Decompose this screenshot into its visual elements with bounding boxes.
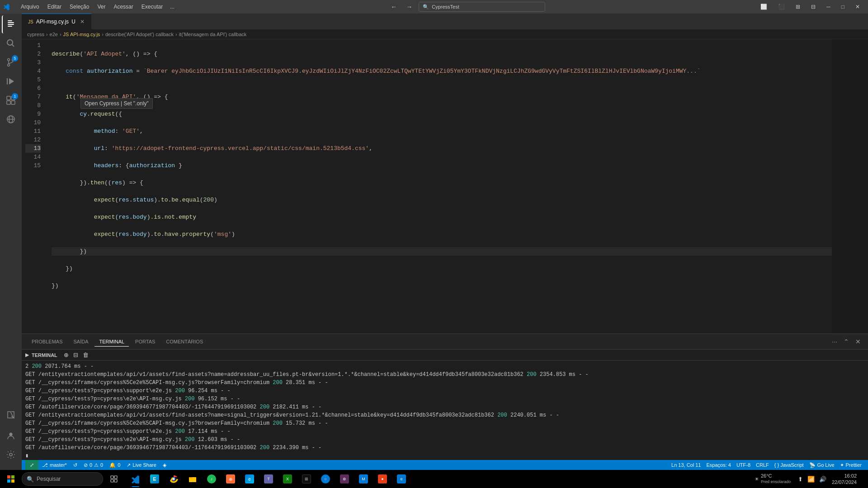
taskbar-explorer[interactable] <box>184 470 202 488</box>
svg-point-6 <box>8 59 10 61</box>
panel-tab-comments[interactable]: COMENTÁRIOS <box>161 337 208 346</box>
language-text: { } JavaScript <box>774 462 804 468</box>
status-prettier[interactable]: ✦ Prettier <box>837 460 864 470</box>
terminal-line: GET /autofillservice/core/page/369394677… <box>25 403 864 411</box>
layout-icon-3[interactable]: ⊞ <box>791 2 805 12</box>
breadcrumb-file[interactable]: JS API-msg.cy.js <box>63 32 100 37</box>
status-line-ending[interactable]: CRLF <box>753 460 772 470</box>
status-ln-col[interactable]: Ln 13, Col 11 <box>669 460 703 470</box>
tray-icon-volume[interactable]: 🔊 <box>817 476 828 483</box>
taskbar-search[interactable]: 🔍 Pesquisar <box>22 472 103 486</box>
ln-col-text: Ln 13, Col 11 <box>671 462 701 468</box>
taskbar-vscode[interactable] <box>127 470 145 488</box>
remote-activity-icon[interactable] <box>2 110 20 128</box>
panel-close-button[interactable]: ✕ <box>854 337 863 346</box>
status-copilot[interactable]: ◈ <box>160 460 169 470</box>
menu-selecao[interactable]: Seleção <box>66 3 93 11</box>
taskbar-app-7[interactable]: ⊛ <box>335 470 354 488</box>
tray-icon-1[interactable]: ⬆ <box>796 476 805 483</box>
svg-rect-3 <box>8 26 12 27</box>
taskbar-app-6[interactable]: ○ <box>316 470 335 488</box>
kill-terminal-icon[interactable]: 🗑 <box>83 352 89 358</box>
more-menus-button[interactable]: ... <box>167 3 177 11</box>
status-language[interactable]: { } JavaScript <box>772 460 807 470</box>
menu-ver[interactable]: Ver <box>94 3 109 11</box>
panel-tab-problems[interactable]: PROBLEMAS <box>27 337 67 346</box>
taskbar-spotify[interactable]: ♪ <box>203 470 221 488</box>
settings-activity-icon[interactable] <box>2 446 20 464</box>
menu-editar[interactable]: Editar <box>44 3 65 11</box>
taskbar-app-5[interactable]: ⊞ <box>297 470 316 488</box>
tab-api-msg[interactable]: JS API-msg.cy.js U ✕ <box>22 14 91 29</box>
search-activity-icon[interactable] <box>2 34 20 52</box>
status-left: ⤢ ⎇ master* ↺ ⊘ 0 ⚠ 0 🔔 0 <box>25 460 169 470</box>
breadcrumb-it[interactable]: it('Mensagem da API') callback <box>179 32 247 37</box>
status-branch[interactable]: ⎇ master* <box>39 460 70 470</box>
menu-arquivo[interactable]: Arquivo <box>17 3 43 11</box>
status-spaces[interactable]: Espaços: 4 <box>703 460 733 470</box>
line-numbers: 1 2 3 4 5 6 7 8 9 10 11 12 13 14 15 <box>22 39 44 333</box>
panel-tab-output[interactable]: SAÍDA <box>69 337 93 346</box>
minimize-button[interactable]: ─ <box>822 2 835 12</box>
layout-icon-4[interactable]: ⊟ <box>807 2 820 12</box>
source-control-activity-icon[interactable]: 5 <box>2 53 20 71</box>
show-desktop-button[interactable] <box>860 470 863 488</box>
taskbar-chrome[interactable] <box>165 470 183 488</box>
extensions-activity-icon[interactable]: 1 <box>2 91 20 109</box>
taskbar-app-9[interactable]: ● <box>373 470 392 488</box>
command-search-box[interactable]: 🔍 CypressTest <box>419 2 545 12</box>
back-button[interactable]: ← <box>388 2 400 11</box>
new-terminal-icon[interactable]: ⊕ <box>64 352 69 358</box>
panel-tab-terminal[interactable]: TERMINAL <box>94 337 129 347</box>
layout-icon-1[interactable]: ⬜ <box>756 2 772 12</box>
taskview-button[interactable] <box>105 470 123 488</box>
menu-acessar[interactable]: Acessar <box>110 3 137 11</box>
status-notifications[interactable]: 🔔 0 <box>107 460 123 470</box>
expand-icon[interactable]: ▶ <box>25 352 29 358</box>
split-terminal-icon[interactable]: ⊟ <box>73 352 78 358</box>
status-encoding[interactable]: UTF-8 <box>734 460 753 470</box>
source-control-badge: 5 <box>12 55 18 61</box>
status-liveshare[interactable]: ↗ Live Share <box>124 460 159 470</box>
accounts-activity-icon[interactable] <box>2 427 20 445</box>
line-ending-text: CRLF <box>756 462 769 468</box>
maximize-button[interactable]: □ <box>837 2 849 12</box>
layout-icon-2[interactable]: ⬛ <box>774 2 789 12</box>
taskbar-app-4[interactable]: X <box>278 470 297 488</box>
menu-executar[interactable]: Executar <box>138 3 166 11</box>
panel-more-button[interactable]: ··· <box>830 337 839 346</box>
panel-tab-ports[interactable]: PORTAS <box>131 337 160 346</box>
start-button[interactable] <box>2 470 20 488</box>
encoding-text: UTF-8 <box>736 462 750 468</box>
weather-desc: Pred ensolarado <box>761 479 791 485</box>
breadcrumb-cypress[interactable]: cypress <box>27 32 44 37</box>
code-content[interactable]: describe('API Adopet', () => { const aut… <box>44 39 832 333</box>
terminal-output[interactable]: 2 200 2071.764 ms - - GET /entityextract… <box>22 361 868 460</box>
clock[interactable]: 16:02 22/07/2024 <box>830 473 859 485</box>
taskbar-edge[interactable]: e <box>241 470 259 488</box>
taskbar-app-1[interactable]: E <box>146 470 164 488</box>
run-debug-activity-icon[interactable] <box>2 72 20 90</box>
status-remote-icon[interactable]: ⤢ <box>25 460 38 470</box>
taskbar-app-3[interactable]: T <box>259 470 278 488</box>
svg-rect-21 <box>11 475 14 479</box>
panel-collapse-button[interactable]: ⌃ <box>842 337 851 346</box>
search-text: CypressTest <box>432 4 459 9</box>
status-sync[interactable]: ↺ <box>71 460 80 470</box>
testing-activity-icon[interactable] <box>2 406 20 424</box>
explorer-activity-icon[interactable] <box>2 15 20 33</box>
taskbar-app-8[interactable]: M <box>354 470 373 488</box>
tab-close-button[interactable]: ✕ <box>80 19 85 25</box>
notification-count: 0 <box>118 462 120 468</box>
breadcrumb-e2e[interactable]: e2e <box>50 32 58 37</box>
tray-icon-wifi[interactable]: 📶 <box>806 476 816 483</box>
taskbar-app-10[interactable]: e <box>392 470 410 488</box>
taskbar-app-2[interactable]: ⊕ <box>222 470 240 488</box>
status-errors[interactable]: ⊘ 0 ⚠ 0 <box>81 460 106 470</box>
status-go-live[interactable]: 📡 Go Live <box>807 460 837 470</box>
forward-button[interactable]: → <box>403 2 415 11</box>
panel-actions: ··· ⌃ ✕ <box>830 337 863 346</box>
breadcrumb-describe[interactable]: describe('API Adopet') callback <box>105 32 174 37</box>
weather-widget[interactable]: ☀ 26°C Pred ensolarado <box>751 473 794 485</box>
close-button[interactable]: ✕ <box>851 2 864 12</box>
